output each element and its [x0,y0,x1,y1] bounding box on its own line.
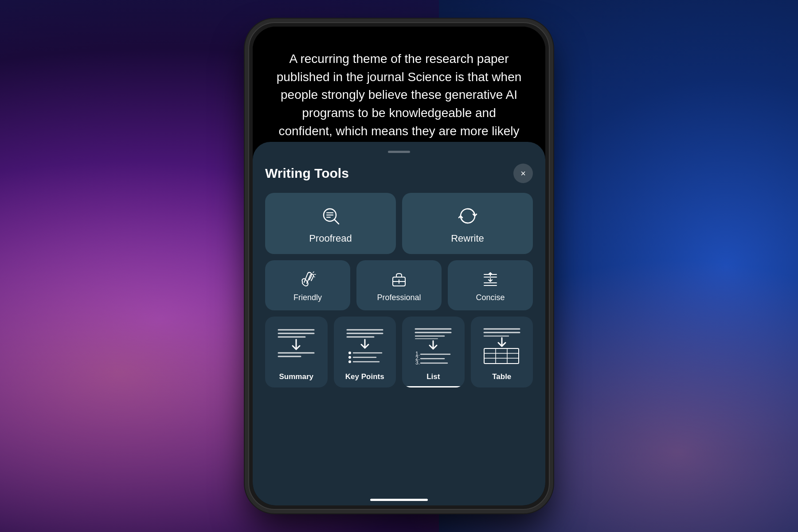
concise-icon [481,270,499,288]
professional-button[interactable]: Professional [356,260,442,310]
summary-label: Summary [279,368,313,387]
drag-handle[interactable] [388,151,410,153]
mid-row: Friendly Professional [265,260,533,310]
rewrite-icon [457,205,478,227]
key-points-label: Key Points [345,368,384,387]
professional-label: Professional [377,293,421,302]
summary-icon [270,323,323,368]
professional-icon [390,270,408,288]
friendly-button[interactable]: Friendly [265,260,350,310]
list-button[interactable]: 1. 2. 3. List [402,317,465,387]
table-label: Table [492,368,511,387]
sheet-title: Writing Tools [265,166,349,181]
rewrite-label: Rewrite [451,233,484,244]
phone-wrapper: A recurring theme of the research paper … [248,22,550,510]
key-points-button[interactable]: Key Points [334,317,396,387]
proofread-label: Proofread [309,233,352,244]
home-indicator [370,499,428,501]
friendly-icon [299,270,317,288]
svg-text:3.: 3. [415,360,420,365]
list-icon: 1. 2. 3. [407,323,460,368]
svg-point-30 [348,356,351,359]
svg-rect-49 [484,348,519,364]
concise-button[interactable]: Concise [448,260,533,310]
proofread-icon [320,205,341,227]
table-icon [475,323,529,368]
svg-line-8 [313,276,315,277]
friendly-label: Friendly [293,293,322,302]
bottom-row: Summary [265,317,533,387]
proofread-button[interactable]: Proofread [265,193,396,254]
list-selected-indicator [402,386,465,387]
writing-tools-sheet: Writing Tools × [253,142,545,505]
svg-point-28 [348,352,351,354]
list-label: List [426,368,440,387]
close-icon: × [520,169,526,178]
sheet-header: Writing Tools × [265,164,533,183]
phone-screen: A recurring theme of the research paper … [253,27,545,505]
summary-button[interactable]: Summary [265,317,328,387]
top-row: Proofread [265,193,533,254]
svg-line-6 [313,272,314,273]
table-button[interactable]: Table [471,317,533,387]
close-button[interactable]: × [513,164,533,183]
concise-label: Concise [476,293,505,302]
svg-point-32 [348,360,351,363]
key-points-icon [338,323,392,368]
rewrite-button[interactable]: Rewrite [402,193,533,254]
svg-line-1 [334,219,339,224]
phone-device: A recurring theme of the research paper … [248,22,550,510]
